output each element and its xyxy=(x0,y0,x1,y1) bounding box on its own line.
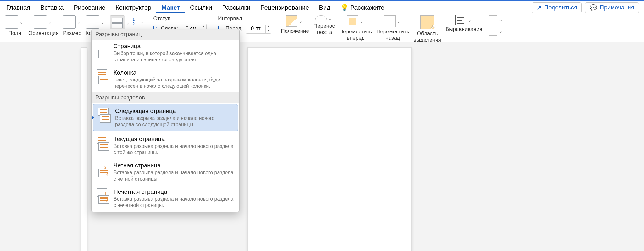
break-even-page-item[interactable]: 24 Четная страница Вставка разрыва разде… xyxy=(92,159,239,185)
group-button[interactable]: ⌄ xyxy=(489,15,504,24)
item-title: Следующая страница xyxy=(115,108,234,114)
position-label: Положение xyxy=(281,28,309,34)
chevron-down-icon: ⌄ xyxy=(467,18,473,23)
backward-label: Переместить назад xyxy=(376,29,409,41)
orientation-button[interactable]: ⌄ Ориентация xyxy=(28,15,59,36)
chevron-down-icon: ⌄ xyxy=(47,20,53,25)
item-desc: Вставка разрыва раздела и начало нового … xyxy=(114,143,236,156)
submenu-indicator-icon xyxy=(91,51,92,54)
comment-icon: 💬 xyxy=(590,4,597,11)
chevron-down-icon: ⌄ xyxy=(99,20,106,25)
chevron-down-icon: ⌄ xyxy=(358,19,365,24)
even-page-icon: 24 xyxy=(95,162,109,177)
item-desc: Текст, следующий за разрывом колонки, бу… xyxy=(114,77,236,89)
chevron-down-icon: ⌄ xyxy=(396,19,402,24)
selection-label: Область выделения xyxy=(414,31,441,43)
page-edge xyxy=(81,48,87,251)
item-title: Текущая страница xyxy=(114,136,236,142)
rotate-icon xyxy=(489,27,497,36)
chevron-down-icon: ⌄ xyxy=(497,29,504,34)
bulb-icon: 💡 xyxy=(341,4,348,11)
tab-design[interactable]: Конструктор xyxy=(110,2,156,13)
ribbon-tabs: Главная Вставка Рисование Конструктор Ма… xyxy=(0,1,644,14)
continuous-icon xyxy=(95,136,109,151)
selection-pane-button[interactable]: Область выделения xyxy=(414,15,441,43)
margins-icon xyxy=(5,15,18,29)
size-label: Размер xyxy=(63,31,81,36)
share-icon: ↗ xyxy=(536,4,541,11)
item-desc: Выбор точки, в которой заканчивается одн… xyxy=(114,50,236,63)
item-title: Страница xyxy=(114,43,236,50)
spacing-before-input[interactable] xyxy=(246,25,265,32)
spacing-before-spinner[interactable]: ▲▼ xyxy=(246,24,271,34)
item-desc: Вставка разрыва раздела и начало нового … xyxy=(115,115,234,128)
spinner-buttons[interactable]: ▲▼ xyxy=(265,25,271,33)
tab-draw[interactable]: Рисование xyxy=(69,2,110,13)
rotate-button[interactable]: ⌄ xyxy=(489,27,504,36)
group-icon xyxy=(489,15,497,24)
arrange-group: ⌄ Положение ⌄ Перенос текста ⌄ Перемести… xyxy=(281,15,504,43)
margins-button[interactable]: ⌄ Поля xyxy=(5,15,25,36)
spacing-heading: Интервал xyxy=(218,15,271,22)
align-button[interactable]: ⌄ Выравнивание xyxy=(446,15,482,32)
wrap-button[interactable]: ⌄ Перенос текста xyxy=(314,15,335,35)
wrap-label: Перенос текста xyxy=(314,23,335,35)
chevron-down-icon: ⌄ xyxy=(18,20,25,25)
tab-insert[interactable]: Вставка xyxy=(35,2,69,13)
item-title: Нечетная страница xyxy=(114,188,236,195)
align-icon xyxy=(455,15,467,25)
break-page-item[interactable]: Страница Выбор точки, в которой заканчив… xyxy=(92,40,239,66)
share-button[interactable]: ↗ Поделиться xyxy=(532,2,582,13)
tell-me[interactable]: 💡 Расскажите xyxy=(341,4,385,11)
send-backward-button[interactable]: ⌄ Переместить назад xyxy=(376,15,409,41)
orientation-label: Ориентация xyxy=(28,31,59,36)
item-desc: Вставка разрыва раздела и начало нового … xyxy=(114,170,236,182)
position-button[interactable]: ⌄ Положение xyxy=(281,15,309,34)
tab-references[interactable]: Ссылки xyxy=(185,2,217,13)
break-continuous-item[interactable]: Текущая страница Вставка разрыва раздела… xyxy=(92,132,239,159)
tab-home[interactable]: Главная xyxy=(1,2,35,13)
chevron-down-icon: ⌄ xyxy=(327,16,333,21)
item-title: Колонка xyxy=(114,69,236,76)
chevron-down-icon: ⌄ xyxy=(139,19,146,24)
app-window: Главная Вставка Рисование Конструктор Ма… xyxy=(0,0,644,251)
next-page-icon xyxy=(97,108,111,123)
break-column-item[interactable]: Колонка Текст, следующий за разрывом кол… xyxy=(92,66,239,92)
share-label: Поделиться xyxy=(544,4,577,11)
page-break-icon xyxy=(95,43,109,58)
chevron-down-icon: ⌄ xyxy=(497,17,504,22)
comments-button[interactable]: 💬 Примечания xyxy=(585,2,639,13)
bring-forward-button[interactable]: ⌄ Переместить вперед xyxy=(339,15,372,41)
forward-icon xyxy=(347,15,358,27)
tab-view[interactable]: Вид xyxy=(314,2,336,13)
submenu-indicator-icon xyxy=(92,116,94,119)
position-icon xyxy=(286,15,297,27)
line-numbers-button[interactable]: 1 –2 –⌄ xyxy=(132,15,146,28)
orientation-icon xyxy=(34,15,47,29)
item-title: Четная страница xyxy=(114,162,236,169)
wrap-icon xyxy=(315,15,327,22)
selection-pane-icon xyxy=(420,15,434,29)
page-breaks-header: Разрывы страниц xyxy=(92,29,239,40)
indent-heading: Отступ xyxy=(153,15,207,22)
backward-icon xyxy=(384,15,396,27)
chevron-down-icon: ⌄ xyxy=(297,19,304,24)
columns-icon xyxy=(86,15,99,29)
chevron-down-icon: ⌄ xyxy=(125,20,131,25)
breaks-button[interactable]: ⌄ xyxy=(110,15,131,31)
tab-layout[interactable]: Макет xyxy=(156,2,185,13)
page[interactable] xyxy=(248,48,411,251)
tab-review[interactable]: Рецензирование xyxy=(255,2,314,13)
margins-label: Поля xyxy=(8,31,21,36)
comments-label: Примечания xyxy=(600,4,634,11)
tell-me-label: Расскажите xyxy=(350,4,385,11)
breaks-icon xyxy=(110,15,125,31)
right-actions: ↗ Поделиться 💬 Примечания xyxy=(532,2,643,13)
size-button[interactable]: ⌄ Размер xyxy=(63,15,82,36)
line-numbers-icon: 1 –2 – xyxy=(132,15,139,28)
tab-mailings[interactable]: Рассылки xyxy=(217,2,255,13)
break-odd-page-item[interactable]: 13 Нечетная страница Вставка разрыва раз… xyxy=(92,185,239,212)
size-icon xyxy=(63,15,76,29)
break-next-page-item[interactable]: Следующая страница Вставка разрыва разде… xyxy=(93,104,238,131)
section-breaks-header: Разрывы разделов xyxy=(92,92,239,103)
